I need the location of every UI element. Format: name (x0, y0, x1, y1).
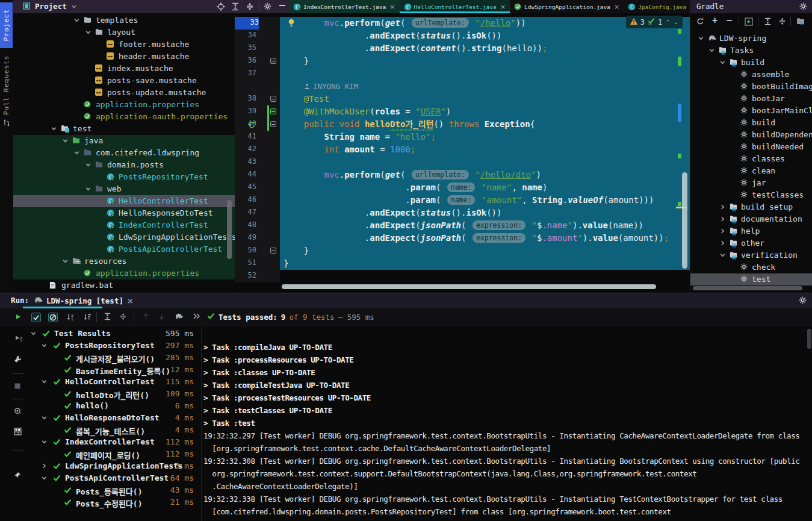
test-result-row[interactable]: PostsRepositoryTest297 ms (0, 340, 200, 352)
expand-all-icon[interactable] (104, 313, 113, 322)
editor-line[interactable]: 42 int amount = 1000; (235, 143, 690, 156)
project-tree-row[interactable]: application-oauth.properties (13, 111, 235, 123)
gradle-task-row[interactable]: bootJar (690, 93, 812, 105)
fold-marker[interactable] (270, 108, 276, 114)
arrow-down-icon[interactable] (158, 313, 167, 322)
gradle-settings-icon[interactable] (796, 17, 805, 26)
chevron-down-icon[interactable] (41, 475, 49, 483)
gear-icon[interactable] (799, 2, 808, 11)
chevron-down-icon[interactable] (85, 186, 93, 194)
gradle-task-row[interactable]: classes (690, 153, 812, 165)
editor-line[interactable]: 46 .param( name: "amount", String.valueO… (235, 194, 690, 207)
project-tree-row[interactable]: index.mustache (13, 63, 235, 75)
chevron-down-icon[interactable] (73, 17, 82, 25)
gradle-task-row[interactable]: buildNeeded (690, 141, 812, 153)
remove-icon[interactable]: − (727, 15, 735, 23)
gradle-task-row[interactable]: bootBuildImage (690, 81, 812, 93)
editor-vertical-scrollbar[interactable] (682, 172, 687, 269)
chevron-down-icon[interactable] (71, 4, 79, 12)
project-selector[interactable]: Project (35, 2, 67, 11)
chevron-down-icon[interactable] (41, 378, 49, 387)
editor-line[interactable]: 33 mvc.perform(get( urlTemplate: "/hello… (235, 17, 690, 30)
add-icon[interactable]: + (712, 15, 721, 23)
collapse-all-icon[interactable] (246, 2, 254, 11)
gradle-task-row[interactable]: verification (690, 249, 812, 261)
collapse-all-icon[interactable] (778, 17, 787, 26)
chevron-right-icon[interactable] (719, 204, 728, 212)
gradle-task-row[interactable]: bootJarMainClassName (690, 105, 812, 117)
editor-line[interactable]: 52 (235, 270, 690, 282)
project-tree-row[interactable]: test (13, 123, 235, 135)
test-result-row[interactable]: HelloResponseDtoTest4 ms (0, 412, 200, 424)
gear-icon[interactable] (799, 296, 807, 305)
project-tree-row[interactable]: templates (13, 14, 235, 27)
project-tree-row[interactable]: posts-save.mustache (13, 75, 235, 87)
test-result-row[interactable]: hello()6 ms (0, 400, 200, 412)
editor-line[interactable]: 43 (235, 156, 690, 169)
test-result-row[interactable]: PostsApiControllerTest64 ms (0, 472, 200, 484)
editor-tab-ldwspringapplication-java[interactable]: LdwSpringApplication.java× (510, 0, 624, 13)
project-tree-row[interactable]: posts-update.mustache (13, 87, 235, 99)
fold-marker[interactable] (270, 248, 276, 254)
hide-panel-icon[interactable] (278, 1, 287, 10)
editor-tab-jpaconfig-java[interactable]: CJpaConfig.java× (624, 0, 699, 13)
run-task-icon[interactable] (745, 17, 753, 26)
gradle-task-row[interactable]: assemble (690, 69, 812, 81)
check-toggle-icon[interactable] (31, 313, 41, 322)
project-tree-row[interactable]: CHelloResponseDtoTest (13, 207, 235, 219)
fold-marker[interactable] (270, 121, 276, 127)
test-result-row[interactable]: Posts_등록된다()43 ms (0, 484, 200, 496)
editor-line[interactable]: 37 (235, 67, 690, 80)
project-tree-row[interactable]: application.properties (13, 99, 235, 111)
project-tree-row[interactable]: CHelloControllerTest (13, 195, 235, 207)
gradle-task-row[interactable]: Tasks (690, 45, 812, 57)
editor-line[interactable]: 45 .param( name: "name", name) (235, 181, 690, 194)
editor-line[interactable]: 40 public void helloDto가_리턴() throws Exc… (235, 118, 690, 131)
editor-tab-hellocontrollertest-java[interactable]: CHelloControllerTest.java× (400, 0, 510, 13)
chevron-down-icon[interactable] (51, 125, 59, 134)
editor-line[interactable]: 34 .andExpect(status().isOk()) (235, 30, 690, 42)
console-output[interactable]: > Task :compileJava UP-TO-DATE> Task :pr… (202, 326, 812, 521)
elephant-icon[interactable] (175, 313, 184, 322)
editor-line[interactable]: 49 .andExpect(jsonPath( expression: "$.a… (235, 232, 690, 245)
chevron-down-icon[interactable] (719, 59, 728, 67)
test-result-row[interactable]: HelloControllerTest115 ms (0, 376, 200, 388)
editor-line[interactable]: 35 .andExpect(content().string(hello)); (235, 42, 690, 55)
close-icon[interactable]: × (389, 3, 395, 11)
editor-line[interactable]: 38 @Test (235, 93, 690, 105)
editor-line[interactable]: 39 @WithMockUser(roles = "USER") (235, 105, 690, 118)
fold-marker[interactable] (270, 96, 276, 102)
test-result-row[interactable]: LdwSpringApplicationTests3 ms (0, 460, 200, 472)
collapse-all-icon[interactable] (119, 313, 129, 322)
gear-icon[interactable] (264, 2, 272, 11)
editor-line[interactable]: 50 } (235, 245, 690, 257)
chevrons-icon[interactable] (193, 313, 202, 322)
project-tree-row[interactable]: CIndexControllerTest (13, 219, 235, 231)
gradle-task-row[interactable]: build (690, 57, 812, 69)
editor-tab-indexcontrollertest-java[interactable]: CIndexControllerTest.java× (289, 0, 400, 13)
close-icon[interactable]: × (614, 3, 619, 11)
gradle-task-row[interactable]: LDW-spring (690, 33, 812, 45)
locate-icon[interactable] (217, 2, 225, 11)
chevron-down-icon[interactable] (708, 47, 717, 55)
chevron-right-icon[interactable] (719, 228, 728, 236)
editor-line[interactable]: 41 String name = "hello"; (235, 131, 690, 143)
gradle-task-row[interactable]: build (690, 117, 812, 129)
chevron-down-icon[interactable] (85, 161, 93, 170)
test-result-row[interactable]: BaseTimeEntity_등록()12 ms (0, 364, 200, 376)
gradle-task-row[interactable]: test (690, 273, 812, 285)
gradle-task-row[interactable]: documentation (690, 213, 812, 225)
project-tree-row[interactable]: CLdwSpringApplicationTests (13, 231, 235, 243)
chevron-right-icon[interactable] (719, 216, 728, 224)
project-tree-row[interactable]: resources (13, 255, 235, 267)
gradle-task-row[interactable]: build setup (690, 201, 812, 213)
arrow-up-icon[interactable] (142, 313, 152, 322)
project-tree-row[interactable]: domain.posts (13, 159, 235, 171)
test-result-row[interactable]: helloDto가_리턴()109 ms (0, 388, 200, 400)
code-editor[interactable]: 33 mvc.perform(get( urlTemplate: "/hello… (235, 13, 690, 293)
chevron-down-icon[interactable] (85, 29, 93, 37)
sort-alpha-icon[interactable]: az (66, 313, 76, 322)
refresh-icon[interactable] (696, 17, 705, 26)
gradle-horizontal-scrollbar[interactable] (693, 286, 802, 290)
editor-line[interactable]: 47 .andExpect(status().isOk()) (235, 207, 690, 219)
